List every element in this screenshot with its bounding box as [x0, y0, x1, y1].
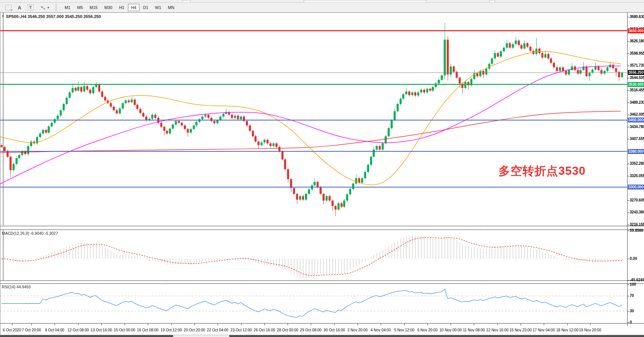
annotation-text[interactable]: 多空转折点3530 — [499, 163, 586, 179]
price-axis[interactable] — [627, 12, 644, 327]
chart-context-arrow-icon[interactable]: ▼ — [1, 15, 4, 18]
horizontal-scrollbar-thumb[interactable] — [173, 335, 229, 337]
rsi-indicator-label: RSI(14) 44.9493 — [2, 285, 31, 289]
mt4-chart-window: { "toolbar": { "tools": [ {"name":"fibon… — [0, 0, 644, 337]
chart-header-ohlc: SP500-,H4 3546.250 3557.000 3545.250 355… — [6, 14, 101, 19]
time-axis[interactable] — [0, 323, 627, 335]
macd-indicator-label: MACD(12,26,9) -6.9040 -5.3027 — [2, 231, 58, 236]
